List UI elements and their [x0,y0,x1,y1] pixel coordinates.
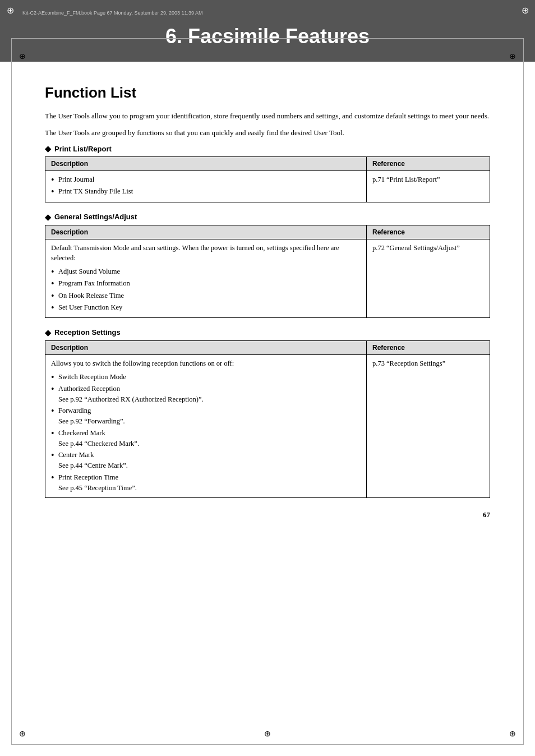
table-row: • Print Journal • Print TX Standby File … [45,171,490,202]
col-desc-3: Description [45,340,367,354]
reg-mark-tl: ⊕ [4,4,16,16]
table-print-list: Description Reference • Print Journal • … [45,156,490,202]
ref-cell-2: p.72 “General Settings/Adjust” [367,239,490,317]
subsection-general-settings: ◆ General Settings/Adjust Description Re… [45,213,490,318]
desc-cell-1: • Print Journal • Print TX Standby File … [45,171,367,202]
bullet-icon: • [51,302,56,313]
table-reception-settings: Description Reference Allows you to swit… [45,340,490,498]
intro-text-2: The User Tools are grouped by functions … [45,127,490,139]
page-reg-bc: ⊕ [262,728,273,739]
ref-cell-3: p.73 “Reception Settings” [367,354,490,497]
section-title: Function List [45,84,490,102]
page-reg-bl: ⊕ [17,728,28,739]
diamond-icon-2: ◆ [45,213,51,222]
col-desc-2: Description [45,225,367,239]
col-ref-3: Reference [367,340,490,354]
table-row: Allows you to switch the following recep… [45,354,490,497]
header-bar: ⊕ ⊕ Kit-C2-AEcombine_F_FM.book Page 67 M… [0,0,535,62]
list-item: • On Hook Release Time [51,291,361,301]
diamond-icon-1: ◆ [45,144,51,153]
page-number: 67 [483,510,490,519]
subsection-print-list: ◆ Print List/Report Description Referenc… [45,144,490,202]
page-reg-tr: ⊕ [507,50,518,62]
subsection-title-reception: ◆ Reception Settings [45,328,490,337]
desc-cell-3: Allows you to switch the following recep… [45,354,367,497]
list-item: • Authorized ReceptionSee p.92 “Authoriz… [51,384,361,405]
diamond-icon-3: ◆ [45,328,51,337]
list-item: • Print Reception TimeSee p.45 “Receptio… [51,472,361,494]
bullet-icon: • [51,266,56,277]
subsection-reception-settings: ◆ Reception Settings Description Referen… [45,328,490,498]
page-reg-br: ⊕ [507,728,518,739]
list-item: • Center MarkSee p.44 “Centre Mark”. [51,450,361,471]
ref-cell-1: p.71 “Print List/Report” [367,171,490,202]
list-item: • Program Fax Information [51,278,361,289]
bullet-icon: • [51,186,56,197]
bullet-icon: • [51,278,56,289]
header-meta: Kit-C2-AEcombine_F_FM.book Page 67 Monda… [22,10,513,16]
page-reg-tl: ⊕ [17,50,28,62]
col-ref-2: Reference [367,225,490,239]
subsection-title-print: ◆ Print List/Report [45,144,490,153]
bullet-icon: • [51,405,56,416]
bullet-icon: • [51,384,56,394]
intro-text-1: The User Tools allow you to program your… [45,110,490,122]
bullet-icon: • [51,450,56,460]
bullet-icon: • [51,472,56,483]
list-item: • Switch Reception Mode [51,372,361,382]
subsection-title-general: ◆ General Settings/Adjust [45,213,490,222]
list-item: • Print Journal [51,174,361,185]
bullet-icon: • [51,428,56,439]
bullet-icon: • [51,174,56,185]
list-item: • ForwardingSee p.92 “Forwarding”. [51,405,361,427]
col-ref-1: Reference [367,157,490,171]
table-row: Default Transmission Mode and scan setti… [45,239,490,317]
list-item: • Set User Function Key [51,302,361,313]
list-item: • Print TX Standby File List [51,186,361,197]
col-desc-1: Description [45,157,367,171]
desc-cell-2: Default Transmission Mode and scan setti… [45,239,367,317]
table-general-settings: Description Reference Default Transmissi… [45,225,490,318]
reg-mark-tr: ⊕ [519,4,531,16]
chapter-title: 6. Facsimile Features [22,19,513,52]
content-area: Function List The User Tools allow you t… [0,62,535,542]
bullet-icon: • [51,291,56,301]
bullet-icon: • [51,372,56,382]
list-item: • Checkered MarkSee p.44 “Checkered Mark… [51,428,361,449]
list-item: • Adjust Sound Volume [51,266,361,277]
